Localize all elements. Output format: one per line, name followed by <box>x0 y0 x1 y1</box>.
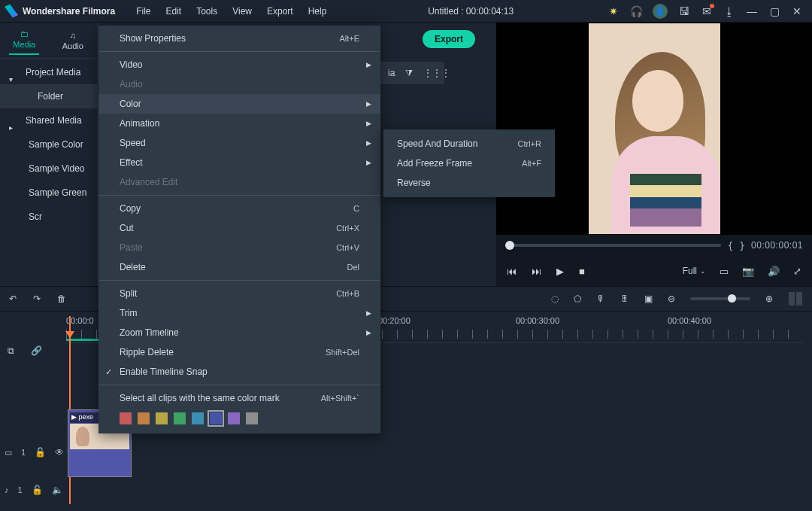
ctx-ripple-delete[interactable]: Ripple DeleteShift+Del <box>98 342 380 362</box>
track-index: 1 <box>18 485 23 494</box>
grid-view-icon[interactable]: ⋮⋮⋮ <box>423 68 434 78</box>
ctx-animation[interactable]: Animation▶ <box>98 114 380 133</box>
ctx-speed[interactable]: Speed▶ <box>98 133 380 153</box>
ctx-copy[interactable]: CopyC <box>98 199 380 218</box>
ctx-delete[interactable]: DeleteDel <box>98 257 380 277</box>
tab-media[interactable]: 🗀 Media <box>0 23 49 58</box>
undo-button[interactable]: ↶ <box>9 294 17 304</box>
volume-icon[interactable]: 🔊 <box>768 266 780 277</box>
menu-tools[interactable]: Tools <box>189 0 225 23</box>
tab-media-label: Media <box>13 40 35 49</box>
account-avatar-icon[interactable]: 👤 <box>653 4 668 19</box>
menu-edit[interactable]: Edit <box>158 0 189 23</box>
color-swatch-8[interactable] <box>246 412 258 424</box>
scrub-slider[interactable] <box>505 244 721 247</box>
ctx-select-color-mark[interactable]: Select all clips with the same color mar… <box>98 388 380 408</box>
mark-in-icon[interactable]: { <box>727 240 733 251</box>
ctx-split[interactable]: SplitCtrl+B <box>98 284 380 303</box>
timeline-copy-icon[interactable]: ⧉ <box>8 345 14 356</box>
chevron-right-icon: ▶ <box>366 329 371 336</box>
library-item-folder[interactable]: Folder <box>0 84 97 108</box>
separator <box>98 280 380 281</box>
window-minimize-icon[interactable]: — <box>746 5 758 17</box>
library-item-sample-video[interactable]: Sample Video <box>0 157 97 181</box>
titlebar: Wondershare Filmora File Edit Tools View… <box>0 0 812 23</box>
library-item-shared-media[interactable]: ▸Shared Media <box>0 108 97 132</box>
fullscreen-icon[interactable]: ⤢ <box>793 266 801 277</box>
ctx-enable-snap[interactable]: ✓Enable Timeline Snap <box>98 362 380 382</box>
color-swatch-7[interactable] <box>228 412 240 424</box>
tips-icon[interactable]: ✷ <box>607 5 620 17</box>
zoom-in-icon[interactable]: ⊕ <box>765 294 773 304</box>
track-index: 1 <box>21 448 26 457</box>
window-maximize-icon[interactable]: ▢ <box>768 5 780 17</box>
color-swatch-3[interactable] <box>156 412 168 424</box>
crop-icon[interactable]: ▣ <box>644 294 653 304</box>
menu-file[interactable]: File <box>129 0 158 23</box>
ctx-color[interactable]: Color▶ <box>98 94 380 114</box>
timeline-link-icon[interactable]: 🔗 <box>31 345 42 356</box>
preview-viewport[interactable] <box>496 23 812 235</box>
download-icon[interactable]: ⭳ <box>723 5 735 17</box>
lock-icon[interactable]: 🔓 <box>35 447 46 458</box>
library-item-project-media[interactable]: ▾Project Media <box>0 60 97 84</box>
ctx-video[interactable]: Video▶ <box>98 55 380 75</box>
ctx-trim[interactable]: Trim▶ <box>98 303 380 323</box>
notifications-icon[interactable]: ✉ <box>701 5 713 17</box>
zoom-slider[interactable] <box>690 297 750 300</box>
library-item-sample-green[interactable]: Sample Green Scr <box>0 181 97 205</box>
filter-icon[interactable]: ⧩ <box>404 68 414 78</box>
voiceover-icon[interactable]: 🎙 <box>596 294 605 304</box>
app-name: Wondershare Filmora <box>23 6 115 17</box>
prev-frame-button[interactable]: ⏮ <box>507 266 517 277</box>
mute-icon[interactable]: 🔈 <box>52 485 63 495</box>
sub-freeze-frame[interactable]: Add Freeze FrameAlt+F <box>383 154 555 173</box>
color-mark-swatches <box>98 408 380 430</box>
color-swatch-4[interactable] <box>174 412 186 424</box>
audio-track-header: ♪ 1 🔓 🔈 <box>5 485 63 495</box>
quality-selector[interactable]: Full⌄ <box>683 266 706 276</box>
tab-audio[interactable]: ♫ Audio <box>49 23 98 58</box>
render-icon[interactable]: ◌ <box>551 294 559 304</box>
color-swatch-6[interactable] <box>210 412 222 424</box>
menu-export[interactable]: Export <box>259 0 301 23</box>
sub-speed-duration[interactable]: Speed And DurationCtrl+R <box>383 134 555 154</box>
window-close-icon[interactable]: ✕ <box>791 5 803 17</box>
display-icon[interactable]: ▭ <box>720 266 729 277</box>
play-button[interactable]: ▶ <box>556 266 564 277</box>
playback-controls: ⏮ ⏭ ▶ ■ Full⌄ ▭ 📷 🔊 ⤢ <box>496 256 812 286</box>
stop-button[interactable]: ■ <box>579 266 585 277</box>
color-swatch-2[interactable] <box>138 412 150 424</box>
lock-icon[interactable]: 🔓 <box>32 485 43 495</box>
timeline-tools-right: ◌ ⬠ 🎙 🎚 ▣ ⊖ ⊕ <box>551 291 803 306</box>
media-toolbar-fragment: ia ⧩ ⋮⋮⋮ <box>377 62 444 84</box>
sub-reverse[interactable]: Reverse <box>383 173 555 193</box>
support-icon[interactable]: 🎧 <box>630 5 642 17</box>
chevron-right-icon: ▶ <box>366 159 371 166</box>
marker-icon[interactable]: ⬠ <box>574 294 581 304</box>
ctx-effect[interactable]: Effect▶ <box>98 153 380 172</box>
audio-mixer-icon[interactable]: 🎚 <box>620 294 629 304</box>
visibility-icon[interactable]: 👁 <box>55 447 64 458</box>
library-item-sample-color[interactable]: Sample Color <box>0 132 97 157</box>
color-swatch-5[interactable] <box>192 412 204 424</box>
ctx-show-properties[interactable]: Show PropertiesAlt+E <box>98 29 380 48</box>
ctx-zoom-timeline[interactable]: Zoom Timeline▶ <box>98 323 380 342</box>
library-list: ▾Project Media Folder ▸Shared Media Samp… <box>0 59 97 205</box>
zoom-out-icon[interactable]: ⊖ <box>668 294 675 304</box>
chevron-right-icon: ▶ <box>366 139 371 147</box>
snapshot-icon[interactable]: 📷 <box>742 266 754 277</box>
save-icon[interactable]: 🖫 <box>678 5 690 17</box>
color-swatch-1[interactable] <box>120 412 132 424</box>
zoom-fit-toggle[interactable] <box>788 291 803 306</box>
next-frame-button[interactable]: ⏭ <box>532 266 541 277</box>
menu-help[interactable]: Help <box>301 0 335 23</box>
delete-button[interactable]: 🗑 <box>57 294 66 304</box>
ctx-cut[interactable]: CutCtrl+X <box>98 218 380 238</box>
redo-button[interactable]: ↷ <box>33 294 41 304</box>
chevron-down-icon: ⌄ <box>700 267 706 275</box>
export-button[interactable]: Export <box>423 30 475 48</box>
menu-view[interactable]: View <box>225 0 259 23</box>
scrub-bar: { } 00:00:00:01 <box>496 235 812 256</box>
mark-out-icon[interactable]: } <box>739 240 745 251</box>
